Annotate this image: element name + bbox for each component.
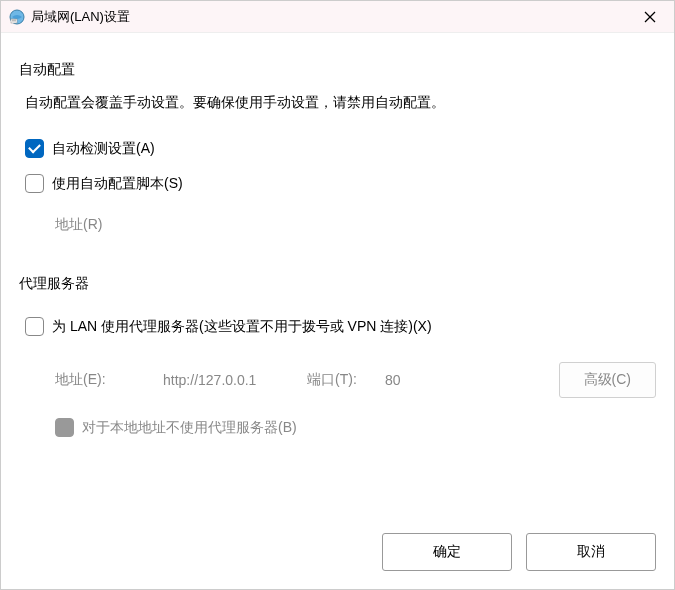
- ok-button[interactable]: 确定: [382, 533, 512, 571]
- proxy-address-label: 地址(E):: [55, 371, 155, 389]
- auto-config-description: 自动配置会覆盖手动设置。要确保使用手动设置，请禁用自动配置。: [25, 91, 656, 113]
- proxy-port-label: 端口(T):: [307, 371, 377, 389]
- script-address-row: 地址(R): [55, 213, 656, 237]
- dialog-content: 自动配置 自动配置会覆盖手动设置。要确保使用手动设置，请禁用自动配置。 自动检测…: [1, 33, 674, 517]
- use-script-row[interactable]: 使用自动配置脚本(S): [25, 174, 656, 193]
- use-proxy-row[interactable]: 为 LAN 使用代理服务器(这些设置不用于拨号或 VPN 连接)(X): [25, 317, 656, 336]
- bypass-local-row: 对于本地地址不使用代理服务器(B): [55, 418, 656, 437]
- app-icon: [9, 9, 25, 25]
- cancel-button[interactable]: 取消: [526, 533, 656, 571]
- proxy-address-input: [161, 368, 301, 392]
- button-bar: 确定 取消: [1, 517, 674, 589]
- advanced-button: 高级(C): [559, 362, 656, 398]
- close-button[interactable]: [628, 2, 672, 32]
- proxy-group-label: 代理服务器: [19, 275, 656, 293]
- auto-detect-row[interactable]: 自动检测设置(A): [25, 139, 656, 158]
- script-address-label: 地址(R): [55, 216, 155, 234]
- bypass-local-checkbox: [55, 418, 74, 437]
- proxy-address-row: 地址(E): 端口(T): 高级(C): [55, 362, 656, 398]
- use-proxy-label: 为 LAN 使用代理服务器(这些设置不用于拨号或 VPN 连接)(X): [52, 318, 432, 336]
- auto-detect-label: 自动检测设置(A): [52, 140, 155, 158]
- titlebar: 局域网(LAN)设置: [1, 1, 674, 33]
- auto-detect-checkbox[interactable]: [25, 139, 44, 158]
- dialog-title: 局域网(LAN)设置: [31, 8, 628, 26]
- lan-settings-dialog: 局域网(LAN)设置 自动配置 自动配置会覆盖手动设置。要确保使用手动设置，请禁…: [0, 0, 675, 590]
- bypass-local-label: 对于本地地址不使用代理服务器(B): [82, 419, 297, 437]
- auto-config-group-label: 自动配置: [19, 61, 656, 79]
- close-icon: [644, 11, 656, 23]
- proxy-port-input: [383, 368, 453, 392]
- use-script-checkbox[interactable]: [25, 174, 44, 193]
- script-address-input: [155, 213, 295, 237]
- use-proxy-checkbox[interactable]: [25, 317, 44, 336]
- spacer: [19, 445, 656, 517]
- use-script-label: 使用自动配置脚本(S): [52, 175, 183, 193]
